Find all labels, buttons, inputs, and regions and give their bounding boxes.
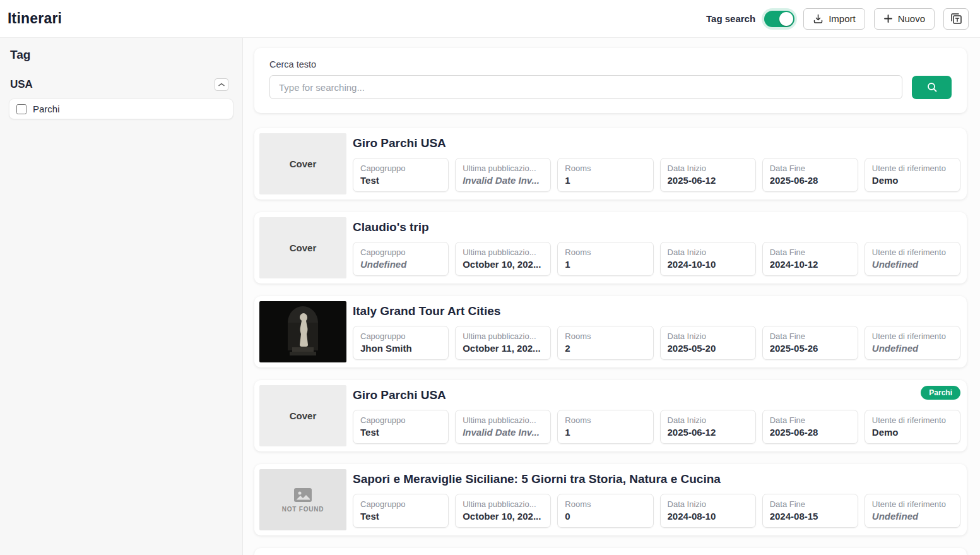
info-box: Rooms 1 (557, 410, 653, 444)
main-content: Cerca testo (243, 38, 980, 555)
cover-image: Cover (259, 133, 346, 194)
info-box: Ultima pubblicazio... October 10, 202... (455, 242, 551, 276)
page-layout: Tag USA Parchi Cerca testo (0, 38, 980, 555)
cover-text: Cover (290, 410, 317, 421)
tag-badge: Parchi (921, 386, 960, 400)
tag-search-label: Tag search (706, 13, 755, 24)
itinerary-card[interactable]: NOT FOUND Sapori e Meraviglie Siciliane:… (254, 464, 967, 535)
info-label: Ultima pubblicazio... (463, 248, 543, 257)
info-box: Ultima pubblicazio... Invalid Date Inv..… (455, 410, 551, 444)
itinerary-card[interactable]: Cover Giro Parchi USA Capogruppo Test Ul… (254, 128, 967, 200)
info-box: Data Fine 2025-05-26 (762, 326, 858, 360)
search-row (269, 75, 952, 99)
info-label: Utente di riferimento (872, 331, 953, 341)
statue-photo (259, 301, 346, 362)
info-label: Ultima pubblicazio... (463, 415, 543, 425)
info-label: Capogruppo (360, 331, 441, 341)
nuovo-label: Nuovo (898, 13, 925, 24)
tag-item-label: Parchi (33, 104, 60, 114)
info-value: 0 (565, 511, 646, 522)
info-label: Rooms (565, 248, 646, 257)
plus-icon (883, 14, 893, 23)
info-value: 1 (565, 427, 646, 438)
info-box: Utente di riferimento Undefined (865, 494, 960, 528)
cover-text: NOT FOUND (282, 506, 324, 513)
info-value: 2025-05-20 (668, 343, 748, 354)
cover-text: Cover (290, 158, 317, 169)
info-value: October 10, 202... (463, 259, 543, 270)
info-box: Data Inizio 2024-10-10 (660, 242, 756, 276)
nuovo-button[interactable]: Nuovo (874, 8, 935, 30)
info-value: 2025-05-26 (770, 343, 851, 354)
header-actions: Tag search Import Nuovo (706, 8, 969, 30)
info-box: Capogruppo Jhon Smith (353, 326, 449, 360)
info-value: 2025-06-12 (668, 175, 748, 186)
info-label: Data Inizio (668, 331, 748, 341)
search-button[interactable] (912, 76, 952, 99)
card-body: Claudio's trip Capogruppo Undefined Ulti… (353, 217, 962, 278)
info-box: Data Inizio 2024-08-10 (660, 494, 756, 528)
info-label: Data Inizio (668, 164, 748, 173)
itinerary-title: Giro Parchi USA (353, 136, 962, 150)
itinerary-card[interactable]: Cover Claudio's trip Capogruppo Undefine… (254, 212, 967, 283)
collapse-button[interactable] (215, 78, 228, 91)
itinerary-card[interactable]: Cover Giro Parchi USA Capogruppo Test Ul… (254, 380, 967, 451)
image-placeholder-icon (293, 487, 313, 503)
card-body: Giro Parchi USA Capogruppo Test Ultima p… (353, 133, 962, 194)
info-label: Ultima pubblicazio... (463, 499, 543, 509)
info-value: 2024-10-12 (770, 259, 851, 270)
tag-search-toggle[interactable] (764, 11, 794, 27)
itinerary-title: Sapori e Meraviglie Siciliane: 5 Giorni … (353, 472, 962, 486)
info-label: Rooms (565, 415, 646, 425)
chevron-up-icon (218, 83, 225, 87)
cover-image: Cover (259, 385, 346, 446)
info-label: Capogruppo (360, 415, 441, 425)
info-label: Utente di riferimento (872, 248, 953, 257)
info-value: Undefined (872, 259, 953, 270)
info-box: Capogruppo Test (353, 158, 449, 192)
itinerary-title: Giro Parchi USA (353, 388, 962, 402)
partial-card (254, 548, 967, 555)
import-label: Import (829, 13, 856, 24)
card-body: Giro Parchi USA Capogruppo Test Ultima p… (353, 385, 962, 446)
info-label: Rooms (565, 499, 646, 509)
info-box: Data Fine 2024-10-12 (762, 242, 858, 276)
info-value: 1 (565, 175, 646, 186)
info-box: Rooms 1 (557, 158, 653, 192)
info-row: Capogruppo Jhon Smith Ultima pubblicazio… (353, 326, 962, 360)
info-row: Capogruppo Test Ultima pubblicazio... In… (353, 410, 962, 444)
tag-group-header: USA (9, 78, 235, 91)
info-box: Ultima pubblicazio... October 10, 202... (455, 494, 551, 528)
info-label: Rooms (565, 164, 646, 173)
info-label: Utente di riferimento (872, 499, 953, 509)
tag-item-parchi[interactable]: Parchi (9, 98, 233, 119)
info-box: Data Inizio 2025-06-12 (660, 158, 756, 192)
import-button[interactable]: Import (803, 8, 865, 30)
info-value: 2024-08-10 (668, 511, 748, 522)
translate-icon (949, 13, 963, 25)
tag-group-name: USA (10, 78, 33, 91)
download-icon (813, 13, 824, 24)
info-box: Data Inizio 2025-05-20 (660, 326, 756, 360)
info-label: Data Fine (770, 331, 851, 341)
parchi-checkbox[interactable] (16, 104, 27, 114)
info-value: 2025-06-28 (770, 427, 851, 438)
sidebar-title: Tag (10, 48, 235, 62)
info-label: Data Fine (770, 415, 851, 425)
info-value: 2024-10-10 (668, 259, 748, 270)
info-box: Capogruppo Test (353, 494, 449, 528)
search-input[interactable] (269, 75, 902, 99)
itinerary-list: Cover Giro Parchi USA Capogruppo Test Ul… (254, 128, 967, 555)
info-row: Capogruppo Test Ultima pubblicazio... In… (353, 158, 962, 192)
itinerary-card[interactable]: Italy Grand Tour Art Cities Capogruppo J… (254, 296, 967, 367)
sidebar: Tag USA Parchi (0, 38, 243, 555)
info-box: Utente di riferimento Undefined (865, 326, 960, 360)
cover-image (259, 301, 346, 362)
info-label: Data Fine (770, 164, 851, 173)
translate-button[interactable] (943, 8, 969, 30)
info-value: 2025-06-12 (668, 427, 748, 438)
itinerary-title: Italy Grand Tour Art Cities (353, 304, 962, 318)
info-label: Utente di riferimento (872, 415, 953, 425)
itinerary-title: Claudio's trip (353, 220, 962, 234)
info-label: Data Inizio (668, 499, 748, 509)
